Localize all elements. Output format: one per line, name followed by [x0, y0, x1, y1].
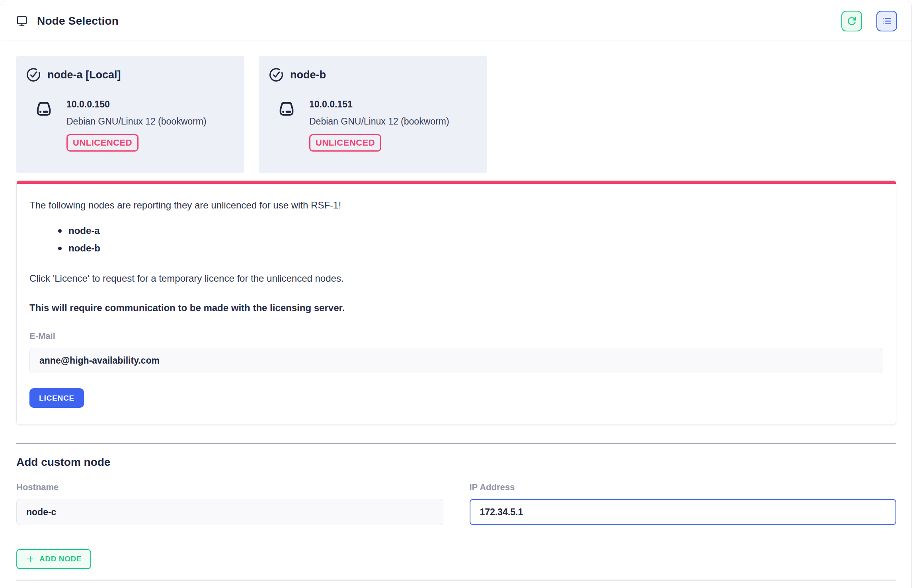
node-card-body: 10.0.0.151 Debian GNU/Linux 12 (bookworm…	[269, 93, 477, 152]
main-content: node-a [Local] 10.0.0.150 Debian GNU/Lin…	[1, 56, 911, 580]
add-node-button[interactable]: ADD NODE	[16, 549, 91, 569]
node-card-header: node-b	[269, 67, 477, 82]
section-divider	[16, 443, 896, 444]
add-node-fields: Hostname IP Address	[16, 482, 896, 525]
node-selection-page: Node Selection	[1, 1, 912, 588]
header-left: Node Selection	[16, 15, 119, 27]
node-card-node-a[interactable]: node-a [Local] 10.0.0.150 Debian GNU/Lin…	[16, 56, 244, 173]
refresh-button[interactable]	[841, 11, 862, 31]
hostname-field-group: Hostname	[16, 482, 443, 525]
licence-alert-panel: The following nodes are reporting they a…	[16, 181, 896, 425]
node-card-node-b[interactable]: node-b 10.0.0.151 Debian GNU/Linux 12 (b…	[259, 56, 487, 173]
alert-message: The following nodes are reporting they a…	[29, 200, 883, 211]
node-list-button[interactable]	[876, 11, 897, 31]
unlicenced-node-item: node-b	[58, 239, 883, 257]
node-cards-row: node-a [Local] 10.0.0.150 Debian GNU/Lin…	[16, 56, 896, 173]
add-node-button-label: ADD NODE	[39, 555, 82, 563]
refresh-icon	[846, 16, 857, 27]
node-info: 10.0.0.150 Debian GNU/Linux 12 (bookworm…	[66, 93, 207, 152]
add-custom-node-title: Add custom node	[16, 456, 896, 469]
page-title: Node Selection	[37, 15, 119, 27]
ip-address-field[interactable]	[470, 499, 897, 525]
hostname-field[interactable]	[16, 499, 443, 525]
node-card-body: 10.0.0.150 Debian GNU/Linux 12 (bookworm…	[26, 93, 234, 152]
hostname-label: Hostname	[16, 482, 443, 493]
unlicenced-badge: UNLICENCED	[66, 134, 139, 152]
licence-button[interactable]: LICENCE	[29, 388, 84, 408]
monitor-icon	[16, 15, 28, 27]
header: Node Selection	[1, 1, 911, 41]
node-ip: 10.0.0.150	[66, 99, 207, 110]
ip-address-label: IP Address	[470, 482, 897, 493]
node-card-header: node-a [Local]	[26, 67, 234, 82]
email-label: E-Mail	[29, 331, 883, 341]
node-name: node-b	[290, 69, 326, 81]
hard-drive-icon	[34, 99, 54, 152]
email-field[interactable]	[29, 348, 883, 373]
unlicenced-node-item: node-a	[58, 222, 883, 239]
node-name: node-a [Local]	[47, 69, 121, 81]
node-ip: 10.0.0.151	[309, 99, 449, 110]
licence-warning: This will require communication to be ma…	[29, 302, 883, 313]
hard-drive-icon	[277, 99, 297, 152]
list-icon	[881, 16, 892, 27]
check-circle-icon	[269, 67, 284, 82]
licence-instruction: Click 'Licence' to request for a tempora…	[29, 273, 883, 284]
header-actions	[841, 11, 897, 31]
ip-address-field-group: IP Address	[470, 482, 897, 525]
check-circle-icon	[26, 67, 41, 82]
node-info: 10.0.0.151 Debian GNU/Linux 12 (bookworm…	[309, 93, 449, 152]
plus-icon	[26, 555, 35, 563]
node-os: Debian GNU/Linux 12 (bookworm)	[66, 116, 207, 127]
bottom-divider	[16, 580, 896, 580]
add-custom-node-section: Add custom node Hostname IP Address	[16, 456, 896, 569]
unlicenced-badge: UNLICENCED	[309, 134, 381, 152]
node-os: Debian GNU/Linux 12 (bookworm)	[309, 116, 449, 127]
unlicenced-node-list: node-a node-b	[29, 222, 883, 257]
